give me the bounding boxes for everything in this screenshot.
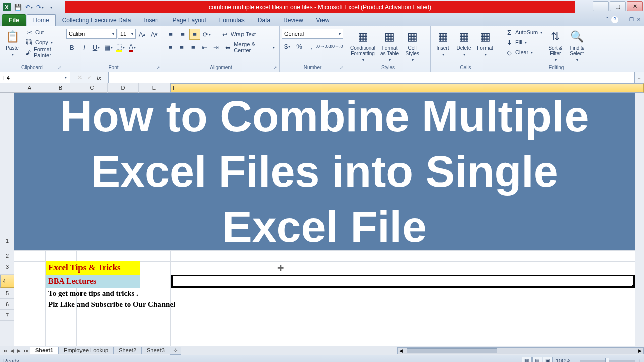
merge-center-button[interactable]: ⬌Merge & Center▾ — [222, 42, 277, 52]
conditional-formatting-button[interactable]: ▦Conditional Formatting▾ — [348, 27, 377, 64]
ribbon-minimize-icon[interactable]: ˇ — [606, 16, 608, 23]
copy-button[interactable]: ⿻Copy▾ — [23, 37, 62, 47]
vertical-scrollbar[interactable] — [635, 93, 644, 346]
tab-collecting[interactable]: Collecting Executive Data — [56, 14, 138, 26]
page-break-view-button[interactable]: ▣ — [543, 357, 553, 363]
autosum-button[interactable]: ΣAutoSum▾ — [503, 27, 544, 37]
select-all-corner[interactable] — [0, 83, 14, 92]
save-icon[interactable]: 💾 — [13, 3, 22, 12]
tab-insert[interactable]: Insert — [137, 14, 166, 26]
launcher-icon[interactable]: ⤢ — [156, 64, 160, 71]
tab-page-layout[interactable]: Page Layout — [166, 14, 212, 26]
accounting-button[interactable]: $▾ — [282, 41, 293, 52]
format-painter-button[interactable]: 🖌Format Painter — [23, 47, 62, 57]
tab-data[interactable]: Data — [251, 14, 277, 26]
underline-button[interactable]: U▾ — [91, 42, 102, 53]
row-header[interactable]: 2 — [0, 250, 14, 261]
selected-cell-f4[interactable] — [171, 275, 635, 288]
insert-cells-button[interactable]: ▦Insert▾ — [433, 27, 453, 58]
zoom-out-button[interactable]: − — [573, 358, 576, 363]
delete-cells-button[interactable]: ▦Delete▾ — [454, 27, 474, 58]
comma-button[interactable]: , — [306, 41, 317, 52]
workbook-restore-icon[interactable]: ❐ — [629, 17, 634, 22]
workbook-close-icon[interactable]: ✕ — [637, 17, 641, 22]
top-align-button[interactable]: ≡ — [165, 29, 176, 40]
font-color-button[interactable]: A▾ — [127, 42, 138, 53]
border-button[interactable]: ▦▾ — [103, 42, 114, 53]
new-sheet-button[interactable]: ✧ — [170, 347, 181, 355]
tab-file[interactable]: File — [2, 14, 26, 26]
row-header[interactable]: 6 — [0, 299, 14, 310]
format-cells-button[interactable]: ▦Format▾ — [475, 27, 495, 58]
undo-icon[interactable]: ↶▾ — [24, 3, 33, 12]
decrease-indent-button[interactable]: ⇤ — [199, 42, 210, 53]
find-select-button[interactable]: 🔍Find & Select▾ — [567, 27, 587, 64]
increase-decimal-button[interactable]: .0→.00 — [318, 41, 329, 52]
increase-indent-button[interactable]: ⇥ — [211, 42, 221, 53]
sort-filter-button[interactable]: ⇅Sort & Filter▾ — [545, 27, 566, 64]
italic-button[interactable]: I — [78, 42, 90, 53]
align-center-button[interactable]: ≡ — [177, 42, 187, 53]
minimize-button[interactable]: — — [593, 1, 609, 11]
row-header[interactable]: 7 — [0, 310, 14, 321]
row-header-selected[interactable]: 4 — [0, 275, 14, 288]
page-layout-view-button[interactable]: ▤ — [532, 357, 542, 363]
cell-b6[interactable]: Plz Like and Subscribe to Our Channel — [46, 299, 177, 310]
clear-button[interactable]: ◇Clear▾ — [503, 47, 544, 57]
sheet-nav-prev-icon[interactable]: ◀ — [8, 348, 15, 353]
zoom-level[interactable]: 100% — [556, 358, 570, 363]
cell-b3[interactable]: Excel Tips & Tricks — [46, 261, 140, 275]
launcher-icon[interactable]: ⤢ — [273, 64, 277, 71]
align-left-button[interactable]: ≡ — [165, 42, 176, 53]
formula-bar[interactable] — [109, 72, 635, 83]
name-box[interactable]: F4▾ — [0, 72, 70, 83]
shrink-font-button[interactable]: A▾ — [149, 29, 160, 40]
align-right-button[interactable]: ≡ — [188, 42, 198, 53]
tab-formulas[interactable]: Formulas — [213, 14, 251, 26]
zoom-in-button[interactable]: + — [638, 358, 641, 363]
row-header[interactable]: 5 — [0, 288, 14, 299]
paste-button[interactable]: 📋 Paste▾ — [2, 27, 22, 58]
sheet-nav-first-icon[interactable]: ⏮ — [1, 348, 8, 353]
maximize-button[interactable]: ▢ — [610, 1, 626, 11]
sheet-tab[interactable]: Sheet1 — [30, 347, 59, 354]
scroll-right-icon[interactable]: ▶ — [637, 348, 643, 353]
tab-view[interactable]: View — [310, 14, 336, 26]
cell-b4[interactable]: BBA Lectures — [46, 275, 140, 288]
decrease-decimal-button[interactable]: .00→.0 — [330, 41, 341, 52]
title-banner-cell[interactable]: How to Combine Multiple Excel Files into… — [14, 93, 635, 250]
format-as-table-button[interactable]: ▦Format as Table▾ — [378, 27, 401, 64]
bold-button[interactable]: B — [66, 42, 77, 53]
tab-home[interactable]: Home — [27, 14, 56, 26]
font-size-select[interactable]: 11▾ — [118, 29, 136, 39]
row-header[interactable]: 1 — [0, 93, 14, 250]
fx-icon[interactable]: fx — [97, 75, 101, 81]
qat-customize-icon[interactable]: ▾ — [46, 3, 55, 12]
number-format-select[interactable]: General▾ — [282, 29, 343, 39]
row-header[interactable]: 3 — [0, 261, 14, 275]
percent-button[interactable]: % — [294, 41, 305, 52]
fill-button[interactable]: ⬇Fill▾ — [503, 37, 544, 47]
tab-review[interactable]: Review — [277, 14, 309, 26]
middle-align-button[interactable]: ≡ — [177, 29, 188, 40]
sheet-nav-next-icon[interactable]: ▶ — [15, 348, 22, 353]
horizontal-scrollbar[interactable]: ◀▶ — [397, 347, 644, 354]
zoom-slider[interactable] — [580, 360, 635, 362]
redo-icon[interactable]: ↷▾ — [35, 3, 44, 12]
sheet-tab[interactable]: Sheet3 — [141, 347, 170, 354]
normal-view-button[interactable]: ▦ — [522, 357, 532, 363]
close-button[interactable]: ✕ — [627, 1, 643, 11]
workbook-minimize-icon[interactable]: — — [621, 17, 626, 22]
help-icon[interactable]: ? — [611, 16, 618, 23]
sheet-tab[interactable]: Employee Lookup — [58, 347, 114, 354]
grow-font-button[interactable]: A▴ — [137, 29, 148, 40]
cell-styles-button[interactable]: ▦Cell Styles▾ — [402, 27, 422, 64]
sheet-nav-last-icon[interactable]: ⏭ — [22, 348, 29, 353]
orientation-button[interactable]: ⟳▾ — [201, 29, 212, 40]
launcher-icon[interactable]: ⤢ — [340, 64, 344, 71]
fill-color-button[interactable]: ⬚▾ — [115, 42, 126, 53]
bottom-align-button[interactable]: ≡ — [189, 29, 200, 40]
sheet-tab[interactable]: Sheet2 — [113, 347, 142, 354]
cell-b5[interactable]: To get more tips and tricks . — [46, 288, 140, 299]
wrap-text-button[interactable]: ↩Wrap Text — [218, 29, 258, 39]
